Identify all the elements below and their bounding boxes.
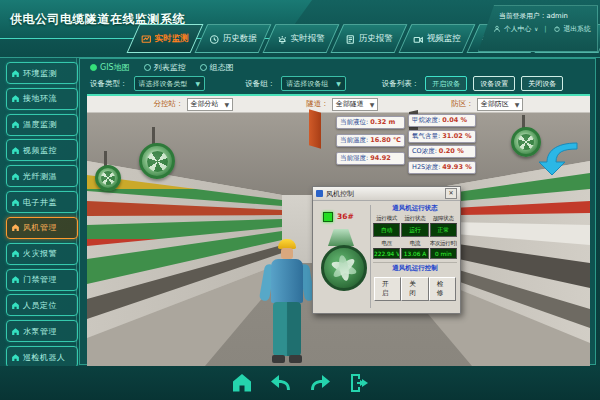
home-icon bbox=[11, 353, 20, 362]
sidebar-item-personnel-location[interactable]: 人员定位 bbox=[6, 294, 78, 316]
fan-maintenance-button[interactable]: 检修 bbox=[429, 277, 456, 301]
tunnel-3d-viewport: 分控站：全部分站▼ 隧道：全部隧道▼ 防区：全部防区▼ bbox=[87, 94, 590, 366]
liquid-level-box: 当前液位:0.32 m bbox=[336, 116, 405, 129]
sensor-value: 0.20 % bbox=[439, 147, 464, 156]
radio-dot bbox=[144, 64, 151, 71]
tab-realtime-alarm[interactable]: 实时报警 bbox=[263, 24, 340, 53]
sidebar-item-inspection-robot[interactable]: 巡检机器人 bbox=[6, 346, 78, 368]
zone-filter: 防区：全部防区▼ bbox=[451, 98, 523, 111]
chevron-down-icon[interactable]: ∨ bbox=[534, 26, 538, 32]
tab-label: 实时报警 bbox=[291, 33, 325, 45]
sidebar-item-video[interactable]: 视频监控 bbox=[6, 139, 78, 161]
radio-gis-map[interactable]: GIS地图 bbox=[90, 62, 130, 73]
device-type-select[interactable]: 请选择设备类型▼ bbox=[134, 76, 206, 91]
home-icon bbox=[11, 198, 20, 207]
device-settings-button[interactable]: 设备设置 bbox=[473, 76, 515, 91]
dialog-titlebar[interactable]: 风机控制 ✕ bbox=[313, 187, 460, 201]
sidebar-item-fire-alarm[interactable]: 火灾报警 bbox=[6, 243, 78, 265]
exit-button[interactable] bbox=[347, 371, 371, 395]
fan-status-panel: 通风机运行状态 运行模式 运行状态 故障状态 自动 运行 正常 bbox=[373, 203, 457, 301]
station-filter: 分控站：全部分站▼ bbox=[154, 98, 234, 111]
oxygen-box: 氧气含量:31.02 % bbox=[408, 130, 476, 143]
history-icon bbox=[209, 33, 220, 44]
worker-boot bbox=[289, 355, 302, 363]
sidebar-item-label: 水泵管理 bbox=[23, 326, 57, 337]
sidebar-item-label: 风机管理 bbox=[23, 222, 57, 233]
worker-legs bbox=[273, 302, 301, 356]
sidebar-item-manhole-cover[interactable]: 电子井盖 bbox=[6, 191, 78, 213]
home-icon bbox=[11, 94, 20, 103]
home-button[interactable] bbox=[230, 371, 254, 395]
sidebar-item-pump-management[interactable]: 水泵管理 bbox=[6, 320, 78, 342]
sidebar-item-label: 人员定位 bbox=[23, 300, 57, 311]
sidebar-item-access-control[interactable]: 门禁管理 bbox=[6, 269, 78, 291]
dialog-divider bbox=[370, 205, 371, 308]
blue-arrow-icon bbox=[535, 137, 581, 177]
home-icon bbox=[11, 172, 20, 181]
select-value: 全部防区 bbox=[481, 99, 509, 109]
device-group-select[interactable]: 请选择设备组▼ bbox=[281, 76, 346, 91]
sidebar-item-label: 门禁管理 bbox=[23, 274, 57, 285]
report-icon bbox=[345, 33, 356, 44]
zone-select[interactable]: 全部防区▼ bbox=[477, 98, 524, 111]
h2s-box: H2S浓度:49.93 % bbox=[408, 161, 476, 174]
tab-realtime-monitor[interactable]: 实时监测 bbox=[127, 24, 204, 53]
status-header: 故障状态 bbox=[430, 215, 457, 222]
alarm-icon bbox=[277, 33, 288, 44]
tab-history-data[interactable]: 历史数据 bbox=[195, 24, 272, 53]
sensor-value: 16.80 ℃ bbox=[370, 136, 401, 145]
control-section-title: 通风机运行控制 bbox=[373, 264, 457, 273]
sidebar-item-temperature[interactable]: 温度监测 bbox=[6, 114, 78, 136]
radio-list-monitor[interactable]: 列表监控 bbox=[144, 62, 186, 73]
dialog-divider bbox=[373, 262, 457, 263]
personal-center-link[interactable]: 个人中心 bbox=[504, 24, 531, 34]
sensor-label: CO浓度: bbox=[412, 147, 437, 156]
ceiling-red-duct bbox=[309, 109, 321, 148]
home-icon bbox=[230, 371, 254, 395]
fan-status-graphic: 36# bbox=[315, 203, 367, 309]
caret-down-icon: ▼ bbox=[370, 101, 375, 108]
fan-stop-button[interactable]: 关闭 bbox=[401, 277, 428, 301]
fan-control-dialog: 风机控制 ✕ 36# 通风机运行状态 bbox=[312, 186, 461, 314]
user-panel: 当前登录用户：admin 个人中心 ∨ | 退出系统 bbox=[478, 5, 598, 52]
sidebar-item-fiber-temp[interactable]: 光纤测温 bbox=[6, 165, 78, 187]
co-box: CO浓度:0.20 % bbox=[408, 145, 476, 158]
close-device-button[interactable]: 关闭设备 bbox=[521, 76, 563, 91]
sidebar-item-ground-current[interactable]: 接地环流 bbox=[6, 88, 78, 110]
sidebar-item-label: 视频监控 bbox=[23, 145, 57, 156]
tunnel-scene: 当前液位:0.32 m 当前温度:16.80 ℃ 当前湿度:94.92 甲烷浓度… bbox=[87, 113, 590, 366]
tab-history-alarm[interactable]: 历史报警 bbox=[331, 24, 408, 53]
fan-start-button[interactable]: 开启 bbox=[374, 277, 401, 301]
current-value: 13.06 A bbox=[401, 248, 428, 259]
ceiling-fan-icon[interactable] bbox=[95, 165, 121, 191]
sidebar-item-fan-management[interactable]: 风机管理 bbox=[6, 217, 78, 239]
temperature-box: 当前温度:16.80 ℃ bbox=[336, 134, 405, 147]
tab-video-monitor[interactable]: 视频监控 bbox=[399, 24, 476, 53]
station-select[interactable]: 全部分站▼ bbox=[187, 98, 234, 111]
sensor-label: 当前液位: bbox=[340, 118, 368, 127]
logout-link[interactable]: 退出系统 bbox=[564, 24, 591, 34]
ceiling-fan-icon[interactable] bbox=[139, 143, 175, 179]
select-value: 请选择设备类型 bbox=[139, 79, 188, 89]
sensor-value: 0.32 m bbox=[370, 118, 395, 127]
forward-button[interactable] bbox=[308, 371, 332, 395]
worker-torso bbox=[271, 259, 303, 303]
caret-down-icon: ▼ bbox=[225, 101, 230, 108]
status-header: 运行状态 bbox=[401, 215, 428, 222]
sidebar-item-label: 巡检机器人 bbox=[23, 352, 66, 363]
app-window: 供电公司电缆隧道在线监测系统 实时监测 历史数据 实时报警 历史报警 视频监控 … bbox=[0, 0, 600, 400]
humidity-box: 当前湿度:94.92 bbox=[336, 152, 405, 165]
close-icon[interactable]: ✕ bbox=[445, 188, 457, 199]
tunnel-select[interactable]: 全部隧道▼ bbox=[332, 98, 379, 111]
caret-down-icon: ▼ bbox=[515, 101, 520, 108]
open-device-button[interactable]: 开启设备 bbox=[425, 76, 467, 91]
metric-header: 电流 bbox=[401, 240, 428, 247]
main-panel: GIS地图 列表监控 组态图 设备类型： 请选择设备类型▼ 设备组： 请选择设备… bbox=[79, 58, 596, 365]
radio-scada-view[interactable]: 组态图 bbox=[200, 62, 234, 73]
navigate-back-arrow[interactable] bbox=[535, 137, 581, 177]
sidebar-item-label: 光纤测温 bbox=[23, 171, 57, 182]
back-button[interactable] bbox=[269, 371, 293, 395]
home-icon bbox=[11, 301, 20, 310]
home-icon bbox=[11, 120, 20, 129]
sidebar-item-environment[interactable]: 环境监测 bbox=[6, 62, 78, 84]
